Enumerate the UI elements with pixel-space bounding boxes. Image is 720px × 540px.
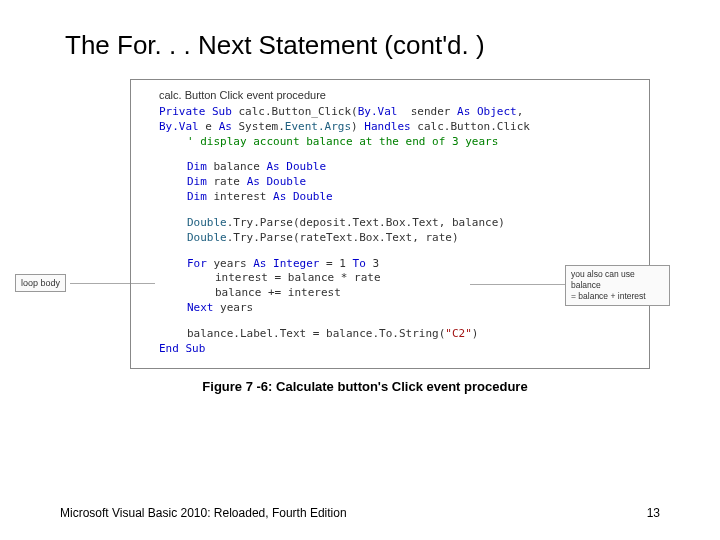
footer-text: Microsoft Visual Basic 2010: Reloaded, F… [60,506,347,520]
code-box: calc. Button Click event procedure Priva… [130,79,650,369]
figure-caption: Figure 7 -6: Calculate button's Click ev… [70,379,660,394]
code-line: End Sub [159,342,639,357]
code-line: ' display account balance at the end of … [159,135,639,150]
code-line: Dim rate As Double [159,175,639,190]
slide-title: The For. . . Next Statement (cont'd. ) [60,30,660,61]
callout-loop-body: loop body [15,274,66,292]
figure-area: loop body calc. Button Click event proce… [70,79,660,394]
code-header: calc. Button Click event procedure [159,88,639,103]
footer: Microsoft Visual Basic 2010: Reloaded, F… [60,506,660,520]
code-line: Double.Try.Parse(rateText.Box.Text, rate… [159,231,639,246]
callout-line-right [470,284,570,285]
code-line: Private Sub calc.Button_Click(By.Val sen… [159,105,639,120]
code-line: By.Val e As System.Event.Args) Handles c… [159,120,639,135]
code-line: Dim balance As Double [159,160,639,175]
code-line: Double.Try.Parse(deposit.Text.Box.Text, … [159,216,639,231]
callout-alternative: you also can use balance = balance + int… [565,265,670,306]
code-line: Dim interest As Double [159,190,639,205]
code-line: balance.Label.Text = balance.To.String("… [159,327,639,342]
page-number: 13 [647,506,660,520]
